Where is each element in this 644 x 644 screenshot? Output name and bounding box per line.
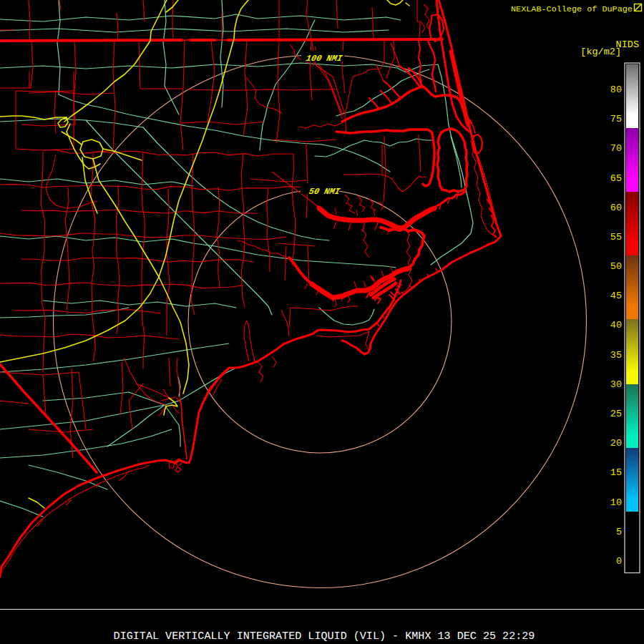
svg-text:70: 70 xyxy=(610,143,622,154)
svg-text:45: 45 xyxy=(610,291,622,301)
svg-text:15: 15 xyxy=(610,467,622,478)
svg-text:50 NMI: 50 NMI xyxy=(308,187,341,197)
svg-text:60: 60 xyxy=(610,203,622,213)
svg-text:5: 5 xyxy=(616,527,622,537)
svg-text:NEXLAB-College of DuPage: NEXLAB-College of DuPage xyxy=(511,4,633,14)
svg-text:30: 30 xyxy=(610,379,622,390)
svg-text:55: 55 xyxy=(610,232,622,243)
svg-text:35: 35 xyxy=(610,350,622,361)
svg-text:100 NMI: 100 NMI xyxy=(305,54,343,64)
svg-text:75: 75 xyxy=(610,114,622,125)
svg-text:65: 65 xyxy=(610,173,622,184)
svg-text:80: 80 xyxy=(610,84,622,95)
svg-text:DIGITAL VERTICALLY INTEGRATED: DIGITAL VERTICALLY INTEGRATED LIQUID (VI… xyxy=(114,630,535,643)
svg-text:50: 50 xyxy=(610,261,622,272)
svg-text:20: 20 xyxy=(610,438,622,449)
svg-text:0: 0 xyxy=(616,556,622,567)
svg-text:[kg/m2]: [kg/m2] xyxy=(580,47,621,57)
svg-text:10: 10 xyxy=(610,497,622,508)
svg-text:25: 25 xyxy=(610,409,622,419)
svg-text:40: 40 xyxy=(610,320,622,331)
